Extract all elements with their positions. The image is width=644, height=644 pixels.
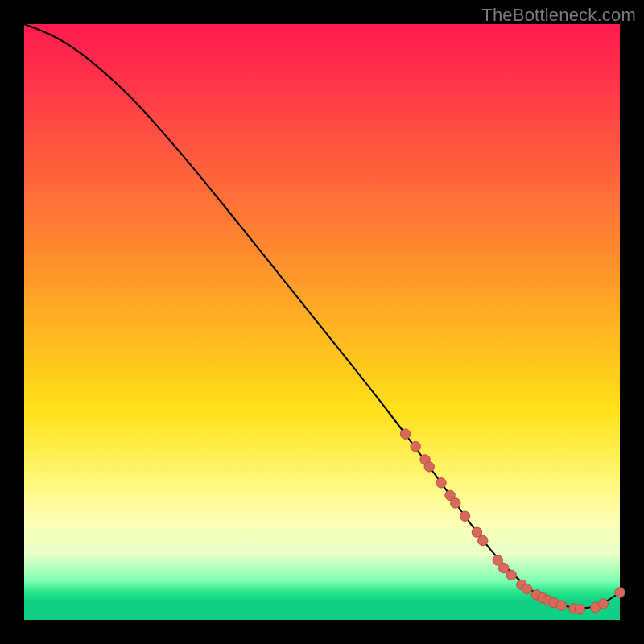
data-marker xyxy=(575,604,584,613)
data-marker xyxy=(499,563,509,572)
data-marker xyxy=(598,599,608,609)
data-marker xyxy=(451,498,460,508)
watermark-text: TheBottleneck.com xyxy=(481,5,636,26)
data-marker xyxy=(506,570,516,580)
data-marker xyxy=(400,429,410,439)
data-marker xyxy=(522,584,531,593)
plot-area xyxy=(24,24,620,620)
data-marker xyxy=(460,511,469,521)
data-markers xyxy=(400,429,625,614)
data-marker xyxy=(411,441,420,451)
bottleneck-curve xyxy=(24,24,620,608)
data-marker xyxy=(556,601,566,610)
data-marker xyxy=(436,478,446,488)
chart-stage: TheBottleneck.com xyxy=(0,0,644,644)
data-marker xyxy=(472,527,481,537)
curve-layer xyxy=(24,24,620,620)
data-marker xyxy=(615,588,625,597)
data-marker xyxy=(424,462,434,472)
data-marker xyxy=(478,535,488,545)
